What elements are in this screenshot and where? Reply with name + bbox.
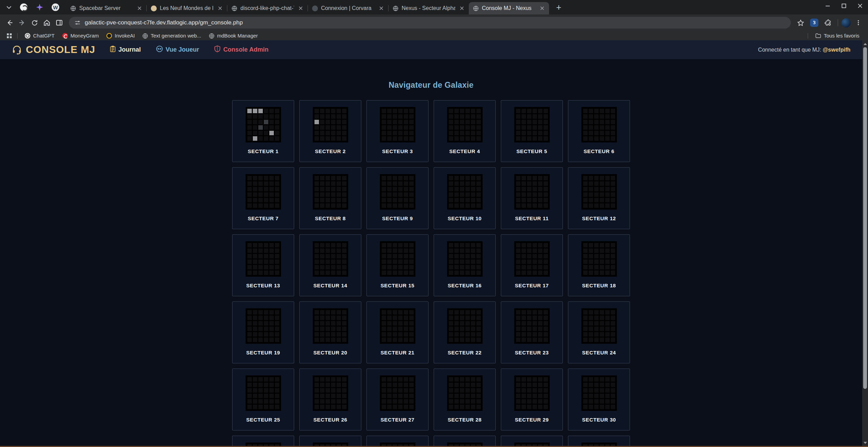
sector-card-secteur-9[interactable]: SECTEUR 9: [366, 167, 428, 229]
sector-card-secteur-10[interactable]: SECTEUR 10: [434, 167, 496, 229]
sector-card-secteur-31[interactable]: SECTEUR 31: [232, 436, 294, 447]
sector-cell: [605, 399, 610, 404]
nav-item-console-admin[interactable]: Console Admin: [214, 45, 268, 54]
sector-card-secteur-19[interactable]: SECTEUR 19: [232, 301, 294, 363]
sector-card-secteur-27[interactable]: SECTEUR 27: [366, 369, 428, 430]
extension-badge-button[interactable]: Ɜ: [808, 17, 820, 29]
sector-card-secteur-15[interactable]: SECTEUR 15: [366, 234, 428, 296]
browser-menu-button[interactable]: [852, 17, 865, 29]
side-panel-button[interactable]: [53, 17, 65, 29]
sector-cell: [382, 203, 386, 208]
sector-card-secteur-21[interactable]: SECTEUR 21: [366, 301, 428, 363]
sector-card-secteur-2[interactable]: SECTEUR 2: [299, 100, 361, 162]
sector-cell: [449, 136, 453, 141]
sector-cell: [393, 198, 397, 202]
tab-nexus-secteur-alpha-g1[interactable]: Nexus - Secteur Alpha [G1]: [389, 2, 469, 14]
sector-card-secteur-20[interactable]: SECTEUR 20: [299, 301, 361, 363]
sector-card-secteur-18[interactable]: SECTEUR 18: [568, 234, 630, 296]
sector-card-secteur-33[interactable]: SECTEUR 33: [366, 436, 428, 447]
sector-cell: [533, 192, 537, 197]
tab-search-button[interactable]: [3, 2, 14, 12]
apps-grid-button[interactable]: [5, 32, 14, 40]
nav-item-vue-joueur[interactable]: Vue Joueur: [156, 45, 199, 54]
tab-close-button[interactable]: [458, 5, 465, 12]
tab-close-button[interactable]: [297, 5, 304, 12]
sector-card-secteur-5[interactable]: SECTEUR 5: [501, 100, 563, 162]
sector-cell: [320, 316, 324, 320]
sector-card-secteur-13[interactable]: SECTEUR 13: [232, 234, 294, 296]
bookmark-moneygram[interactable]: MoneyGram: [59, 33, 103, 39]
back-button[interactable]: [3, 17, 16, 29]
sector-card-secteur-6[interactable]: SECTEUR 6: [568, 100, 630, 162]
pinned-tab-3[interactable]: W: [50, 1, 61, 13]
address-bar[interactable]: galactic-pve-conquest-c7fe.dev.flatlogic…: [69, 17, 791, 29]
sector-card-secteur-25[interactable]: SECTEUR 25: [232, 369, 294, 430]
app-brand[interactable]: CONSOLE MJ: [12, 44, 95, 55]
sector-cell: [337, 125, 341, 130]
sector-card-secteur-34[interactable]: SECTEUR 34: [434, 436, 496, 447]
scrollbar-thumb[interactable]: [863, 47, 867, 389]
sector-cell: [521, 248, 526, 253]
sector-card-secteur-3[interactable]: SECTEUR 3: [366, 100, 428, 162]
sector-cell: [605, 270, 610, 275]
tab-spacebar-server[interactable]: Spacebar Server: [66, 2, 146, 14]
sector-card-secteur-14[interactable]: SECTEUR 14: [299, 234, 361, 296]
new-tab-button[interactable]: +: [553, 2, 564, 13]
extensions-button[interactable]: [822, 17, 834, 29]
sector-card-secteur-28[interactable]: SECTEUR 28: [434, 369, 496, 430]
sector-cell: [258, 383, 263, 387]
sector-cell: [314, 383, 319, 387]
sector-card-secteur-32[interactable]: SECTEUR 32: [299, 436, 361, 447]
scroll-up-button[interactable]: [862, 41, 868, 47]
bookmark-mdbook-manager[interactable]: mdBook Manager: [205, 33, 261, 39]
sector-cell: [387, 327, 392, 331]
forward-button[interactable]: [16, 17, 28, 29]
sector-card-secteur-1[interactable]: SECTEUR 1: [232, 100, 294, 162]
all-bookmarks-label: Tous les favoris: [824, 33, 859, 39]
sector-card-secteur-29[interactable]: SECTEUR 29: [501, 369, 563, 430]
tab-close-button[interactable]: [539, 5, 546, 12]
tab-console-mj-nexus[interactable]: Console MJ - Nexus: [469, 2, 549, 14]
sector-card-secteur-36[interactable]: SECTEUR 36: [568, 436, 630, 447]
sector-card-secteur-11[interactable]: SECTEUR 11: [501, 167, 563, 229]
reload-button[interactable]: [28, 17, 41, 29]
sector-cell: [538, 192, 542, 197]
tab-close-button[interactable]: [136, 5, 143, 12]
sector-cell: [326, 176, 330, 180]
tab-close-button[interactable]: [378, 5, 385, 12]
pinned-tab-1[interactable]: [18, 1, 30, 13]
sector-label: SECTEUR 9: [382, 215, 413, 221]
maximize-button[interactable]: [836, 0, 852, 12]
profile-avatar[interactable]: [841, 18, 851, 28]
all-bookmarks-button[interactable]: Tous les favoris: [812, 33, 863, 39]
sector-card-secteur-26[interactable]: SECTEUR 26: [299, 369, 361, 430]
sector-card-secteur-8[interactable]: SECTEUR 8: [299, 167, 361, 229]
close-window-button[interactable]: [852, 0, 868, 12]
sector-card-secteur-35[interactable]: SECTEUR 35: [501, 436, 563, 447]
sector-cell: [314, 243, 319, 247]
sector-card-secteur-17[interactable]: SECTEUR 17: [501, 234, 563, 296]
sector-card-secteur-7[interactable]: SECTEUR 7: [232, 167, 294, 229]
sector-card-secteur-24[interactable]: SECTEUR 24: [568, 301, 630, 363]
sector-card-secteur-23[interactable]: SECTEUR 23: [501, 301, 563, 363]
bookmark-invokeai[interactable]: InvokeAI: [103, 33, 138, 39]
sector-card-secteur-22[interactable]: SECTEUR 22: [434, 301, 496, 363]
sector-card-secteur-4[interactable]: SECTEUR 4: [434, 100, 496, 162]
tab-connexion-corvara[interactable]: Connexion | Corvara: [308, 2, 388, 14]
tab-discord-like-php-chat-7262-de[interactable]: discord-like-php-chat-7262.de: [227, 2, 308, 14]
bookmark-star-button[interactable]: [794, 17, 807, 29]
home-button[interactable]: [41, 17, 53, 29]
bookmark-text-generation-web[interactable]: Text generation web...: [138, 33, 205, 39]
tab-close-button[interactable]: [217, 5, 224, 12]
sector-card-secteur-16[interactable]: SECTEUR 16: [434, 234, 496, 296]
sector-card-secteur-12[interactable]: SECTEUR 12: [568, 167, 630, 229]
pinned-tab-2[interactable]: [34, 1, 45, 13]
nav-item-journal[interactable]: Journal: [110, 45, 141, 54]
tab-les-neuf-mondes-de-la-mythol[interactable]: Les Neuf Mondes de la Mythol: [147, 2, 227, 14]
bookmark-chatgpt[interactable]: ChatGPT: [21, 33, 59, 39]
sector-cell: [275, 176, 279, 180]
minimize-button[interactable]: [819, 0, 836, 12]
sector-cell: [326, 131, 330, 135]
scroll-down-button[interactable]: [862, 440, 868, 446]
sector-card-secteur-30[interactable]: SECTEUR 30: [568, 369, 630, 430]
